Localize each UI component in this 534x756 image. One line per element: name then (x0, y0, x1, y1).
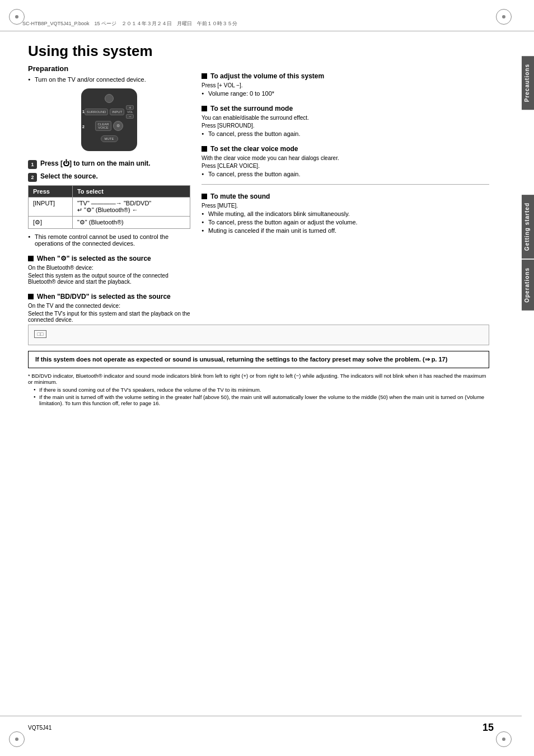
preparation-bullets: Turn on the TV and/or connected device. (28, 76, 190, 83)
warning-text: If this system does not operate as expec… (35, 356, 447, 363)
remote-label-1: 1 (82, 110, 85, 114)
mute-bullet-1: While muting, all the indicators blink s… (202, 210, 489, 217)
bluetooth-line2: Select this system as the output source … (28, 273, 190, 285)
mute-bullet-2: To cancel, press the button again or adj… (202, 219, 489, 226)
table-cell-input-press: [INPUT] (29, 198, 73, 217)
bluetooth-heading-icon (28, 256, 34, 261)
warning-box: If this system does not operate as expec… (28, 351, 489, 368)
mute-heading-row: To mute the sound (202, 192, 489, 200)
main-content: Using this system Preparation Turn on th… (0, 31, 534, 419)
remote-illustration: 1 2 SURROUND INPUT + VOL − CLEARVOICE (28, 88, 190, 151)
surround-line1: You can enable/disable the surround effe… (202, 115, 489, 121)
bluetooth-heading: When "⚙" is selected as the source (28, 255, 190, 262)
preparation-bullet-1: Turn on the TV and/or connected device. (28, 76, 190, 83)
remote-power-btn (105, 94, 114, 103)
side-tabs: Precautions Getting started Operations (522, 56, 534, 311)
info-box: □□ (28, 325, 489, 345)
remote-row-1: SURROUND INPUT + VOL − (85, 105, 134, 119)
volume-line1: Press [+ VOL −]. (202, 82, 489, 88)
mute-heading-icon (202, 194, 207, 199)
table-row-input: [INPUT] "TV" ————→ "BD/DVD" ↵ "⚙" (Bluet… (29, 198, 190, 217)
step-1-row: 1 Press [⏻] to turn on the main unit. (28, 159, 190, 169)
bddvd-line2: Select the TV's input for this system an… (28, 311, 190, 323)
table-row-bluetooth: [⚙] "⚙" (Bluetooth®) (29, 217, 190, 229)
remote-note-item: This remote control cannot be used to co… (28, 233, 190, 247)
step-1-text: Press [⏻] to turn on the main unit. (40, 159, 151, 167)
table-cell-bt-select: "⚙" (Bluetooth®) (72, 217, 190, 229)
remote-vol-plus: + (126, 105, 134, 110)
side-tab-getting-started: Getting started (522, 195, 534, 259)
header-bar: SC-HTB8P_VQT5J41_P.book 15 ページ ２０１４年３月２４… (0, 17, 534, 31)
remote-clearvoice-btn: CLEARVOICE (95, 121, 111, 131)
clearvoice-heading-row: To set the clear voice mode (202, 145, 489, 153)
side-tab-precautions: Precautions (522, 56, 534, 110)
step-2-number: 2 (28, 173, 37, 182)
clearvoice-heading-text: To set the clear voice mode (210, 145, 298, 153)
clearvoice-heading-icon (202, 146, 207, 152)
preparation-heading: Preparation (28, 64, 190, 73)
volume-heading-text: To adjust the volume of this system (210, 72, 324, 80)
footnote-bullet-1: If there is sound coming out of the TV's… (34, 387, 489, 393)
surround-line2: Press [SURROUND]. (202, 123, 489, 129)
bddvd-heading-icon (28, 294, 34, 299)
remote-control: 1 2 SURROUND INPUT + VOL − CLEARVOICE (81, 88, 137, 151)
footer: VQT5J41 15 (0, 716, 522, 739)
clearvoice-cancel-bullet: To cancel, press the button again. (202, 171, 489, 177)
left-column: Preparation Turn on the TV and/or connec… (28, 64, 190, 325)
remote-bluetooth-btn: ⚙ (113, 121, 123, 131)
footer-version: VQT5J41 (28, 725, 51, 731)
right-col-divider (202, 184, 489, 185)
surround-heading-icon (202, 106, 207, 111)
remote-row-2: CLEARVOICE ⚙ (95, 121, 123, 131)
remote-label-2: 2 (82, 125, 85, 129)
table-cell-input-select: "TV" ————→ "BD/DVD" ↵ "⚙" (Bluetooth®) ← (72, 198, 190, 217)
page-title: Using this system (28, 43, 489, 60)
right-column: To adjust the volume of this system Pres… (202, 64, 489, 325)
remote-note-list: This remote control cannot be used to co… (28, 233, 190, 247)
remote-vol-btns: + VOL − (126, 105, 134, 119)
clearvoice-line1: With the clear voice mode you can hear d… (202, 155, 489, 161)
footer-page-number: 15 (483, 722, 494, 734)
remote-input-btn: INPUT (110, 109, 124, 115)
step-1-number: 1 (28, 160, 37, 169)
volume-heading-row: To adjust the volume of this system (202, 72, 489, 80)
surround-heading-text: To set the surround mode (210, 105, 293, 112)
surround-cancel-bullet: To cancel, press the button again. (202, 130, 489, 137)
side-tab-operations: Operations (522, 260, 534, 311)
table-header-select: To select (72, 186, 190, 198)
bddvd-heading: When "BD/DVD" is selected as the source (28, 293, 190, 300)
table-cell-bt-press: [⚙] (29, 217, 73, 229)
clearvoice-line2: Press [CLEAR VOICE]. (202, 163, 489, 169)
mute-bullets: While muting, all the indicators blink s… (202, 210, 489, 234)
footnote-list: If there is sound coming out of the TV's… (28, 387, 489, 406)
clearvoice-bullets: To cancel, press the button again. (202, 171, 489, 177)
source-select-table: Press To select [INPUT] "TV" ————→ "BD/D… (28, 185, 190, 229)
remote-mute-btn: MUTE (101, 135, 118, 142)
remote-surround-btn: SURROUND (85, 109, 109, 115)
corner-decoration-tl (9, 9, 25, 25)
volume-range-bullet: Volume range: 0 to 100* (202, 90, 489, 97)
bddvd-heading-text: When "BD/DVD" is selected as the source (37, 293, 171, 300)
surround-bullets: To cancel, press the button again. (202, 130, 489, 137)
corner-decoration-tr (496, 9, 512, 25)
info-icon: □□ (34, 330, 46, 338)
volume-heading-icon (202, 73, 207, 79)
bluetooth-heading-text: When "⚙" is selected as the source (37, 255, 151, 262)
footnote-asterisk: * BD/DVD indicator, Bluetooth® indicator… (28, 373, 489, 385)
mute-line1: Press [MUTE]. (202, 203, 489, 209)
mute-bullet-3: Muting is canceled if the main unit is t… (202, 227, 489, 234)
step-2-text: Select the source. (40, 172, 98, 180)
bluetooth-line1: On the Bluetooth® device: (28, 265, 190, 271)
surround-heading-row: To set the surround mode (202, 105, 489, 112)
step-2-row: 2 Select the source. (28, 172, 190, 182)
table-header-press: Press (29, 186, 73, 198)
bddvd-line1: On the TV and the connected device: (28, 303, 190, 309)
remote-vol-label: VOL (126, 110, 134, 114)
footnote-bullet-2: If the main unit is turned off with the … (34, 394, 489, 406)
header-text: SC-HTB8P_VQT5J41_P.book 15 ページ ２０１４年３月２４… (22, 20, 237, 27)
volume-bullets: Volume range: 0 to 100* (202, 90, 489, 97)
mute-heading-text: To mute the sound (210, 192, 270, 200)
content-columns: Preparation Turn on the TV and/or connec… (28, 64, 489, 325)
remote-vol-minus: − (126, 114, 134, 119)
